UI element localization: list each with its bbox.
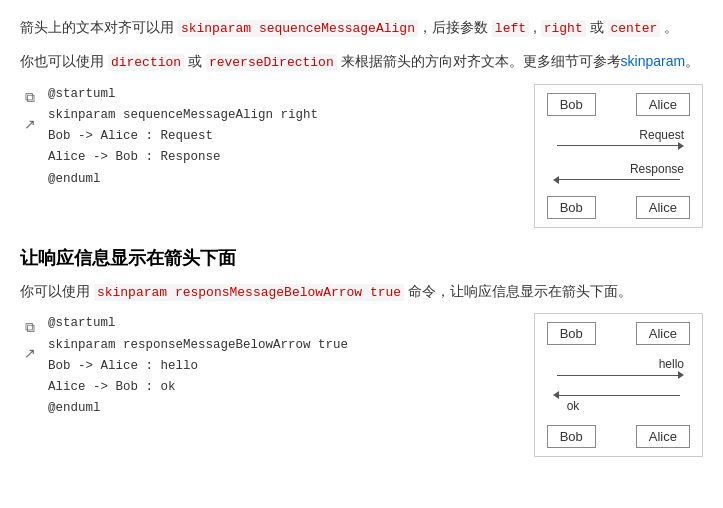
intro-text-2b: 或 xyxy=(184,53,206,69)
section-2-title: 让响应信息显示在箭头下面 xyxy=(20,246,703,270)
intro-para-1: 箭头上的文本对齐可以用 skinparam sequenceMessageAli… xyxy=(20,16,703,40)
section2-text-pre: 你可以使用 xyxy=(20,283,94,299)
msg-ok-arrow xyxy=(547,391,690,399)
msg-hello-label: hello xyxy=(659,357,684,371)
param-right: right xyxy=(541,20,586,37)
actor-alice-bottom-1: Alice xyxy=(636,196,690,219)
request-arrowhead xyxy=(678,142,684,150)
actor-bob-bottom-2: Bob xyxy=(547,425,596,448)
msg-request-label: Request xyxy=(639,128,684,142)
section-2-desc: 你可以使用 skinparam responsMessageBelowArrow… xyxy=(20,280,703,304)
code-text-2: @startuml skinparam responseMessageBelow… xyxy=(48,313,524,419)
code-block-1: ⧉ ↗ @startuml skinparam sequenceMessageA… xyxy=(20,84,703,228)
copy-icon-1[interactable]: ⧉ xyxy=(20,88,40,108)
actors-top-2: Bob Alice xyxy=(547,322,690,345)
param-center: center xyxy=(608,20,661,37)
intro-text-2a: 你也可以使用 xyxy=(20,53,108,69)
msg-request: Request xyxy=(547,128,690,150)
hello-line xyxy=(557,375,678,376)
msg-response: Response xyxy=(547,162,690,184)
msg-request-arrow xyxy=(547,142,690,150)
intro-para-2: 你也可以使用 direction 或 reverseDirection 来根据箭… xyxy=(20,50,703,74)
icon-area-1: ⧉ ↗ xyxy=(20,88,40,134)
skinparam-link[interactable]: skinparam xyxy=(621,53,686,69)
diagram-1: Bob Alice Request xyxy=(534,84,703,228)
page-content: 箭头上的文本对齐可以用 skinparam sequenceMessageAli… xyxy=(20,16,703,457)
request-line xyxy=(557,145,678,146)
actor-alice-top-2: Alice xyxy=(636,322,690,345)
msg-response-label: Response xyxy=(630,162,684,176)
msg-ok: ok xyxy=(547,391,690,413)
external-icon-2[interactable]: ↗ xyxy=(20,343,40,363)
actor-alice-top-1: Alice xyxy=(636,93,690,116)
response-line xyxy=(559,179,680,180)
actor-bob-top-2: Bob xyxy=(547,322,596,345)
intro-text-2d: 。 xyxy=(685,53,699,69)
arrows-1: Request Response xyxy=(547,124,690,188)
actors-top-1: Bob Alice xyxy=(547,93,690,116)
code-text-1: @startuml skinparam sequenceMessageAlign… xyxy=(48,84,524,190)
actor-alice-bottom-2: Alice xyxy=(636,425,690,448)
actors-bottom-1: Bob Alice xyxy=(547,196,690,219)
intro-or: 或 xyxy=(586,19,608,35)
intro-text-1c: 。 xyxy=(660,19,678,35)
arrows-2: hello ok xyxy=(547,353,690,417)
diagram-1-inner: Bob Alice Request xyxy=(547,93,690,219)
intro-text-1a: 箭头上的文本对齐可以用 xyxy=(20,19,178,35)
section2-text-mid: 命令，让响应信息显示在箭头下面。 xyxy=(404,283,632,299)
msg-hello-arrow xyxy=(547,371,690,379)
ok-line xyxy=(559,395,680,396)
code-block-2: ⧉ ↗ @startuml skinparam responseMessageB… xyxy=(20,313,703,457)
icon-area-2: ⧉ ↗ xyxy=(20,317,40,363)
actors-bottom-2: Bob Alice xyxy=(547,425,690,448)
hello-arrowhead xyxy=(678,371,684,379)
diagram-2-inner: Bob Alice hello xyxy=(547,322,690,448)
diagram-2: Bob Alice hello xyxy=(534,313,703,457)
param-left: left xyxy=(492,20,529,37)
intro-text-2c: 来根据箭头的方向对齐文本。更多细节可参考 xyxy=(337,53,621,69)
msg-response-arrow xyxy=(547,176,690,184)
section2-code: skinparam responsMessageBelowArrow true xyxy=(94,284,404,301)
external-icon-1[interactable]: ↗ xyxy=(20,114,40,134)
actor-bob-top-1: Bob xyxy=(547,93,596,116)
copy-icon-2[interactable]: ⧉ xyxy=(20,317,40,337)
param-reverse-direction: reverseDirection xyxy=(206,54,337,71)
param-direction: direction xyxy=(108,54,184,71)
msg-hello: hello xyxy=(547,357,690,379)
msg-ok-label: ok xyxy=(567,399,580,413)
intro-code-1: skinparam sequenceMessageAlign xyxy=(178,20,418,37)
intro-text-1b: ，后接参数 xyxy=(418,19,492,35)
actor-bob-bottom-1: Bob xyxy=(547,196,596,219)
intro-comma1: , xyxy=(529,19,541,35)
